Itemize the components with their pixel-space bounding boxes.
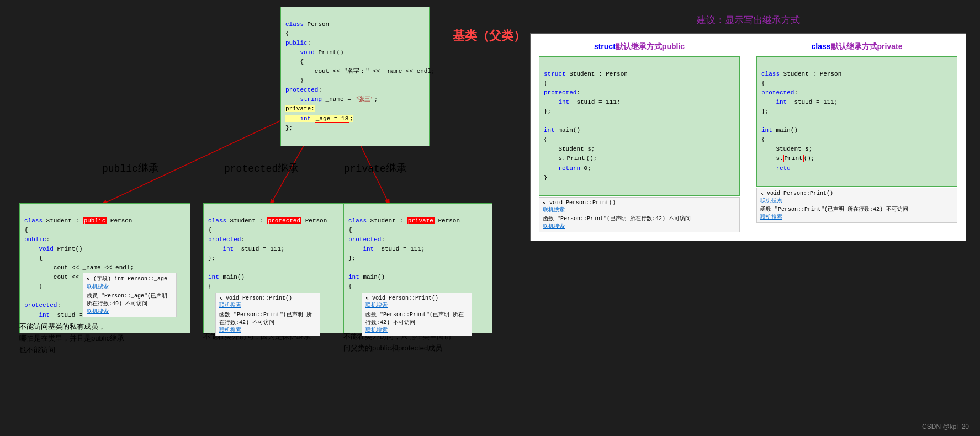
- base-class-code-box: class Person { public: void Print() { co…: [280, 7, 430, 146]
- class-code-box: class Student : Person { protected: int …: [756, 56, 957, 187]
- right-boxes-container: struct默认继承方式public struct Student : Pers…: [530, 33, 966, 241]
- desc-public-student: 不能访问基类的私有成员， 哪怕是在类里，并且是public继承 也不能访问: [19, 321, 190, 355]
- tooltip-private-student: ↖ void Person::Print() 联机搜索 函数 "Person::…: [362, 293, 472, 336]
- tooltip-public-student: ↖ (字段) int Person::_age 联机搜索 成员 "Person:…: [83, 273, 177, 317]
- right-section: 建议：显示写出继承方式 struct默认继承方式public struct St…: [530, 14, 966, 241]
- tooltip-class-default: ↖ void Person::Print() 联机搜索 函数 "Person::…: [756, 188, 957, 223]
- class-default-title: class默认继承方式private: [756, 42, 957, 52]
- struct-code-box: struct Student : Person { protected: int…: [539, 56, 740, 196]
- struct-default-title: struct默认继承方式public: [539, 42, 740, 52]
- private-inherit-label: private继承: [344, 161, 407, 176]
- csdn-watermark: CSDN @kpl_20: [922, 423, 969, 430]
- right-section-title: 建议：显示写出继承方式: [530, 14, 966, 26]
- tooltip-struct: ↖ void Person::Print() 联机搜索 函数 "Person::…: [539, 197, 740, 232]
- public-inherit-label: public继承: [102, 161, 159, 176]
- tooltip-protected-student: ↖ void Person::Print() 联机搜索 函数 "Person::…: [215, 293, 320, 336]
- main-container: class Person { public: void Print() { co…: [0, 0, 980, 436]
- struct-default-section: struct默认继承方式public struct Student : Pers…: [539, 42, 740, 232]
- class-default-section: class默认继承方式private class Student : Perso…: [756, 42, 957, 232]
- protected-inherit-label: protected继承: [224, 161, 299, 176]
- base-class-label: 基类（父类）: [453, 28, 526, 44]
